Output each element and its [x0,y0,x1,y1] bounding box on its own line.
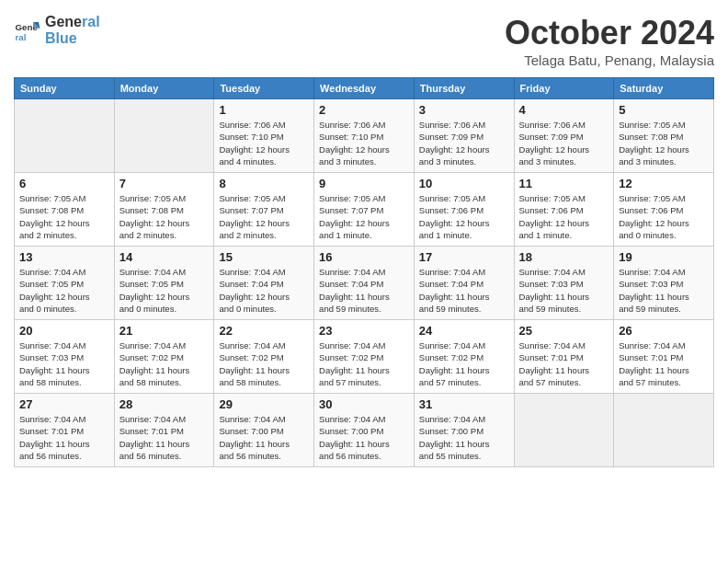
week-row-3: 13Sunrise: 7:04 AM Sunset: 7:05 PM Dayli… [15,247,714,320]
day-number: 1 [219,103,309,117]
calendar-cell: 30Sunrise: 7:04 AM Sunset: 7:00 PM Dayli… [314,394,415,467]
title-block: October 2024 Telaga Batu, Penang, Malays… [505,14,714,68]
calendar-cell: 13Sunrise: 7:04 AM Sunset: 7:05 PM Dayli… [15,247,115,320]
week-row-4: 20Sunrise: 7:04 AM Sunset: 7:03 PM Dayli… [15,320,714,394]
page-header: Gene ral General Blue October 2024 Telag… [14,14,714,68]
calendar-cell: 23Sunrise: 7:04 AM Sunset: 7:02 PM Dayli… [314,320,415,394]
calendar-cell [514,394,614,467]
calendar-cell: 4Sunrise: 7:06 AM Sunset: 7:09 PM Daylig… [514,99,614,173]
day-number: 31 [419,397,509,411]
day-number: 11 [519,177,609,190]
calendar-cell: 20Sunrise: 7:04 AM Sunset: 7:03 PM Dayli… [15,320,115,394]
col-header-wednesday: Wednesday [314,78,415,99]
col-header-saturday: Saturday [614,78,714,99]
calendar-cell: 16Sunrise: 7:04 AM Sunset: 7:04 PM Dayli… [314,247,415,320]
calendar-cell: 6Sunrise: 7:05 AM Sunset: 7:08 PM Daylig… [15,173,115,247]
col-header-sunday: Sunday [15,78,115,99]
week-row-1: 1Sunrise: 7:06 AM Sunset: 7:10 PM Daylig… [15,99,714,173]
day-number: 8 [219,177,309,190]
day-info: Sunrise: 7:04 AM Sunset: 7:03 PM Dayligh… [619,266,709,315]
day-number: 13 [19,250,109,264]
calendar-table: SundayMondayTuesdayWednesdayThursdayFrid… [14,77,714,467]
day-number: 22 [219,324,309,338]
day-info: Sunrise: 7:05 AM Sunset: 7:06 PM Dayligh… [519,192,609,241]
calendar-cell: 27Sunrise: 7:04 AM Sunset: 7:01 PM Dayli… [15,394,115,467]
day-number: 24 [419,324,509,338]
day-number: 26 [619,324,709,338]
calendar-cell: 22Sunrise: 7:04 AM Sunset: 7:02 PM Dayli… [214,320,314,394]
logo: Gene ral General Blue [14,14,100,46]
day-number: 2 [319,103,409,117]
day-number: 15 [219,250,309,264]
col-header-friday: Friday [514,78,614,99]
calendar-cell: 26Sunrise: 7:04 AM Sunset: 7:01 PM Dayli… [614,320,714,394]
day-number: 27 [19,397,109,411]
calendar-cell: 3Sunrise: 7:06 AM Sunset: 7:09 PM Daylig… [414,99,514,173]
calendar-cell: 5Sunrise: 7:05 AM Sunset: 7:08 PM Daylig… [614,99,714,173]
day-info: Sunrise: 7:04 AM Sunset: 7:01 PM Dayligh… [519,339,609,388]
day-info: Sunrise: 7:05 AM Sunset: 7:06 PM Dayligh… [419,192,509,241]
day-number: 21 [119,324,210,338]
day-number: 16 [319,250,409,264]
day-number: 23 [319,324,409,338]
day-info: Sunrise: 7:04 AM Sunset: 7:04 PM Dayligh… [219,266,309,315]
day-info: Sunrise: 7:05 AM Sunset: 7:08 PM Dayligh… [119,192,210,241]
day-info: Sunrise: 7:04 AM Sunset: 7:01 PM Dayligh… [19,413,109,462]
calendar-cell: 25Sunrise: 7:04 AM Sunset: 7:01 PM Dayli… [514,320,614,394]
week-row-2: 6Sunrise: 7:05 AM Sunset: 7:08 PM Daylig… [15,173,714,247]
calendar-cell: 14Sunrise: 7:04 AM Sunset: 7:05 PM Dayli… [114,247,214,320]
calendar-cell: 18Sunrise: 7:04 AM Sunset: 7:03 PM Dayli… [514,247,614,320]
calendar-cell: 1Sunrise: 7:06 AM Sunset: 7:10 PM Daylig… [214,99,314,173]
logo-subtext: Blue [45,30,100,47]
day-info: Sunrise: 7:05 AM Sunset: 7:07 PM Dayligh… [219,192,309,241]
day-info: Sunrise: 7:04 AM Sunset: 7:02 PM Dayligh… [119,339,210,388]
day-info: Sunrise: 7:04 AM Sunset: 7:05 PM Dayligh… [19,266,109,315]
day-number: 7 [119,177,210,190]
calendar-cell: 2Sunrise: 7:06 AM Sunset: 7:10 PM Daylig… [314,99,415,173]
day-info: Sunrise: 7:04 AM Sunset: 7:03 PM Dayligh… [519,266,609,315]
day-number: 14 [119,250,210,264]
calendar-cell: 24Sunrise: 7:04 AM Sunset: 7:02 PM Dayli… [414,320,514,394]
day-info: Sunrise: 7:04 AM Sunset: 7:02 PM Dayligh… [319,339,409,388]
col-header-tuesday: Tuesday [214,78,314,99]
day-info: Sunrise: 7:06 AM Sunset: 7:10 PM Dayligh… [219,119,309,167]
day-number: 4 [519,103,609,117]
svg-text:ral: ral [16,31,27,41]
day-info: Sunrise: 7:06 AM Sunset: 7:10 PM Dayligh… [319,119,409,167]
calendar-cell: 17Sunrise: 7:04 AM Sunset: 7:04 PM Dayli… [414,247,514,320]
calendar-cell: 7Sunrise: 7:05 AM Sunset: 7:08 PM Daylig… [114,173,214,247]
day-info: Sunrise: 7:04 AM Sunset: 7:02 PM Dayligh… [219,339,309,388]
day-number: 28 [119,397,210,411]
calendar-cell [114,99,214,173]
week-row-5: 27Sunrise: 7:04 AM Sunset: 7:01 PM Dayli… [15,394,714,467]
day-number: 25 [519,324,609,338]
day-info: Sunrise: 7:04 AM Sunset: 7:01 PM Dayligh… [119,413,210,462]
day-number: 30 [319,397,409,411]
day-number: 10 [419,177,509,190]
calendar-cell: 31Sunrise: 7:04 AM Sunset: 7:00 PM Dayli… [414,394,514,467]
day-info: Sunrise: 7:04 AM Sunset: 7:05 PM Dayligh… [119,266,210,315]
col-header-monday: Monday [114,78,214,99]
day-info: Sunrise: 7:04 AM Sunset: 7:04 PM Dayligh… [319,266,409,315]
day-info: Sunrise: 7:04 AM Sunset: 7:02 PM Dayligh… [419,339,509,388]
day-info: Sunrise: 7:04 AM Sunset: 7:00 PM Dayligh… [219,413,309,462]
day-number: 17 [419,250,509,264]
calendar-cell: 19Sunrise: 7:04 AM Sunset: 7:03 PM Dayli… [614,247,714,320]
calendar-cell: 8Sunrise: 7:05 AM Sunset: 7:07 PM Daylig… [214,173,314,247]
logo-text: General [45,14,100,30]
day-info: Sunrise: 7:05 AM Sunset: 7:07 PM Dayligh… [319,192,409,241]
day-info: Sunrise: 7:05 AM Sunset: 7:06 PM Dayligh… [619,192,709,241]
day-number: 3 [419,103,509,117]
day-info: Sunrise: 7:04 AM Sunset: 7:01 PM Dayligh… [619,339,709,388]
day-number: 9 [319,177,409,190]
day-info: Sunrise: 7:05 AM Sunset: 7:08 PM Dayligh… [619,119,709,167]
day-info: Sunrise: 7:06 AM Sunset: 7:09 PM Dayligh… [519,119,609,167]
header-row: SundayMondayTuesdayWednesdayThursdayFrid… [15,78,714,99]
calendar-cell: 10Sunrise: 7:05 AM Sunset: 7:06 PM Dayli… [414,173,514,247]
col-header-thursday: Thursday [414,78,514,99]
month-title: October 2024 [505,14,714,52]
day-info: Sunrise: 7:05 AM Sunset: 7:08 PM Dayligh… [19,192,109,241]
calendar-cell: 12Sunrise: 7:05 AM Sunset: 7:06 PM Dayli… [614,173,714,247]
calendar-cell: 11Sunrise: 7:05 AM Sunset: 7:06 PM Dayli… [514,173,614,247]
calendar-cell: 15Sunrise: 7:04 AM Sunset: 7:04 PM Dayli… [214,247,314,320]
